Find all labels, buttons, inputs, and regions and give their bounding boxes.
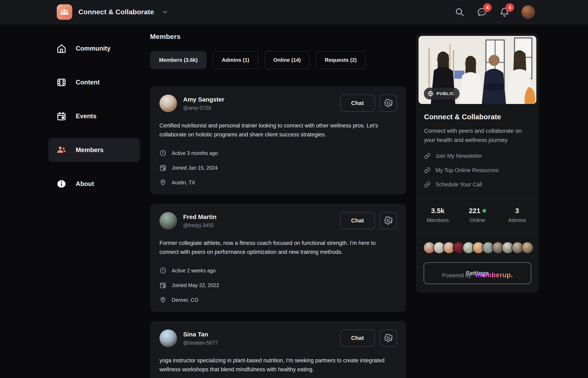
member-joined: Joined May 22, 2022 xyxy=(159,282,397,289)
sidebar-item-label: Events xyxy=(76,113,97,120)
member-card: Amy Sangster @amy-5729 Chat Certified nu… xyxy=(150,86,406,194)
link-resources[interactable]: My Top Online Resources xyxy=(424,167,531,174)
sidebar-item-label: About xyxy=(76,180,94,188)
top-bar-actions: 4 4 xyxy=(454,5,535,19)
member-bio: Former collegiate athlete, now a fitness… xyxy=(159,239,396,256)
link-newsletter[interactable]: Join My Newsletter xyxy=(424,153,531,159)
tab-members[interactable]: Members (3.6k) xyxy=(150,51,207,69)
community-info-panel: PUBLIC Connect & Collaborate Connect wit… xyxy=(416,33,539,293)
members-icon xyxy=(57,145,66,155)
member-card: Sina Tan @sinatan-5677 Chat yoga instruc… xyxy=(150,321,406,378)
link-schedule-call[interactable]: Schedule Your Call xyxy=(424,181,531,188)
chat-button[interactable]: Chat xyxy=(340,94,375,112)
member-username: @sinatan-5677 xyxy=(183,340,218,346)
community-title: Connect & Collaborate xyxy=(78,8,154,16)
app-root: Connect & Collaborate 4 4 xyxy=(0,0,588,378)
member-name[interactable]: Amy Sangster xyxy=(183,96,224,103)
sidebar-nav: Community Content Events Members About xyxy=(48,37,140,196)
content-icon xyxy=(57,78,66,87)
member-settings-button[interactable] xyxy=(380,329,397,347)
clock-icon xyxy=(159,267,166,274)
visibility-badge: PUBLIC xyxy=(424,88,459,99)
member-name[interactable]: Fred Martin xyxy=(183,214,216,220)
member-location: Austin, TX xyxy=(159,179,397,186)
gear-icon xyxy=(384,99,393,108)
member-bio: yoga instructor specializing in plant-ba… xyxy=(159,356,396,374)
sidebar-item-about[interactable]: About xyxy=(48,172,140,196)
calendar-icon xyxy=(57,111,66,121)
link-icon xyxy=(424,167,430,174)
tab-online[interactable]: Online (14) xyxy=(264,51,310,69)
member-username: @amy-5729 xyxy=(183,105,224,111)
map-pin-icon xyxy=(159,297,166,303)
link-icon xyxy=(424,153,430,159)
cover-photo: PUBLIC xyxy=(418,36,536,104)
member-settings-button[interactable] xyxy=(380,94,397,112)
stat-online: 221 Online xyxy=(458,207,497,223)
sidebar-item-events[interactable]: Events xyxy=(48,104,140,128)
info-icon xyxy=(57,179,66,189)
member-joined: Joined Jan 15, 2024 xyxy=(159,164,397,171)
chevron-down-icon[interactable] xyxy=(161,9,168,15)
sidebar-item-label: Community xyxy=(76,45,111,52)
member-location: Denver, CO xyxy=(159,297,397,303)
notifications-button[interactable]: 4 xyxy=(499,7,510,17)
messages-badge: 4 xyxy=(483,3,492,12)
panel-community-title: Connect & Collaborate xyxy=(424,113,531,121)
powered-by: Powered by memberup. xyxy=(416,271,539,279)
member-last-active: Active 3 months ago xyxy=(159,150,397,157)
sidebar-item-label: Content xyxy=(76,79,100,86)
online-dot xyxy=(482,209,486,213)
sidebar-item-content[interactable]: Content xyxy=(48,70,140,94)
panel-links: Join My Newsletter My Top Online Resourc… xyxy=(424,153,531,196)
globe-icon xyxy=(428,91,434,97)
map-pin-icon xyxy=(159,179,166,186)
messages-button[interactable]: 4 xyxy=(476,7,488,17)
home-icon xyxy=(57,44,66,54)
member-avatar[interactable] xyxy=(159,212,177,230)
member-avatar[interactable] xyxy=(159,94,177,112)
member-avatar[interactable] xyxy=(159,329,177,347)
sidebar-item-members[interactable]: Members xyxy=(48,138,140,162)
member-settings-button[interactable] xyxy=(380,212,397,229)
page-title: Members xyxy=(150,33,406,40)
top-bar: Connect & Collaborate 4 4 xyxy=(0,0,588,24)
calendar-icon xyxy=(159,164,166,171)
clock-icon xyxy=(159,150,166,157)
member-bio: Certified nutritionist and personal trai… xyxy=(159,121,396,139)
community-group-icon xyxy=(60,8,69,16)
community-stats: 3.5k Members 221 Online 3 Admins xyxy=(416,198,539,232)
chat-button[interactable]: Chat xyxy=(340,212,375,229)
search-button[interactable] xyxy=(454,7,465,17)
user-avatar[interactable] xyxy=(521,5,535,19)
search-icon xyxy=(455,7,464,17)
member-last-active: Active 2 weeks ago xyxy=(159,267,397,274)
member-tabs: Members (3.6k) Admins (1) Online (14) Re… xyxy=(150,51,406,69)
panel-community-description: Connect with peers and collaborate on yo… xyxy=(424,126,531,145)
member-avatars-strip[interactable] xyxy=(416,232,539,256)
notifications-badge: 4 xyxy=(505,3,514,12)
members-page: Members Members (3.6k) Admins (1) Online… xyxy=(150,33,406,378)
sidebar-item-community[interactable]: Community xyxy=(48,37,140,60)
link-icon xyxy=(424,181,430,188)
memberup-logo[interactable]: memberup. xyxy=(475,271,513,279)
sidebar-item-label: Members xyxy=(76,146,103,154)
chat-button[interactable]: Chat xyxy=(340,329,375,347)
member-avatar xyxy=(521,242,533,254)
member-name[interactable]: Sina Tan xyxy=(183,331,218,338)
community-logo xyxy=(57,4,72,20)
tab-requests[interactable]: Requests (2) xyxy=(316,51,366,69)
calendar-icon xyxy=(159,282,166,289)
gear-icon xyxy=(384,334,393,342)
member-username: @fredyj-3455 xyxy=(183,222,216,228)
powered-by-label: Powered by xyxy=(442,272,471,279)
gear-icon xyxy=(384,216,393,225)
stat-members: 3.5k Members xyxy=(418,207,458,223)
member-card: Fred Martin @fredyj-3455 Chat Former col… xyxy=(150,203,406,312)
stat-admins: 3 Admins xyxy=(497,207,537,223)
tab-admins[interactable]: Admins (1) xyxy=(213,51,258,69)
community-switcher[interactable]: Connect & Collaborate xyxy=(57,4,168,20)
